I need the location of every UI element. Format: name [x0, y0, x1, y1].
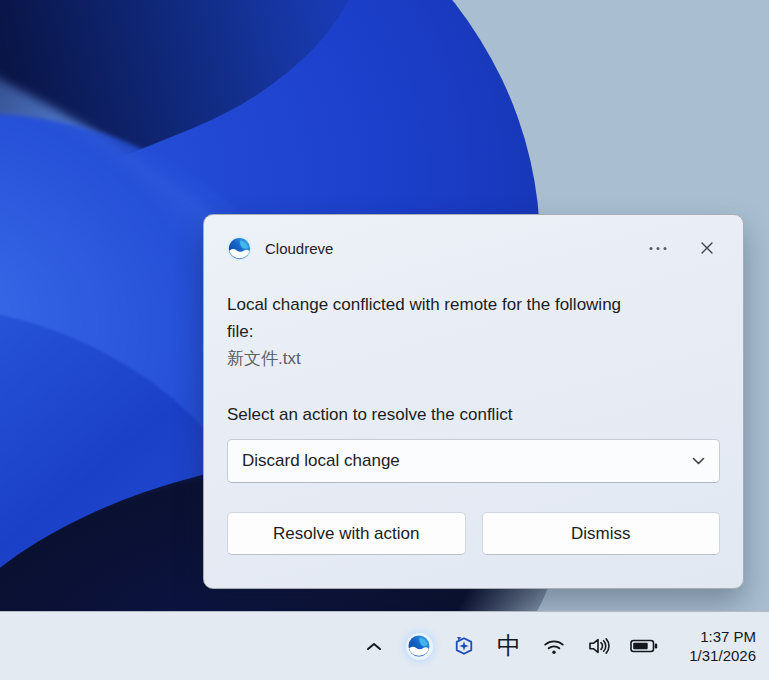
toast-button-row: Resolve with action Dismiss — [227, 512, 720, 555]
toast-app-name: Cloudreve — [265, 240, 333, 257]
clock-time: 1:37 PM — [676, 627, 756, 646]
taskbar-clock[interactable]: 1:37 PM 1/31/2026 — [676, 627, 756, 665]
dismiss-button[interactable]: Dismiss — [482, 512, 721, 555]
wifi-icon[interactable] — [537, 625, 571, 667]
cloudreve-logo-icon — [227, 236, 252, 261]
chevron-down-icon — [692, 457, 705, 465]
cloudreve-cloud-icon — [406, 633, 433, 660]
close-icon[interactable] — [696, 237, 718, 259]
conflict-action-select[interactable]: Discard local change — [227, 439, 720, 483]
toast-header: Cloudreve — [227, 235, 720, 261]
battery-icon[interactable] — [627, 625, 661, 667]
more-options-icon[interactable] — [644, 242, 672, 255]
chevron-up-icon[interactable] — [357, 625, 391, 667]
box-star-app-icon[interactable] — [447, 625, 481, 667]
taskbar: 中 1:37 PM 1/31/2026 — [0, 611, 769, 680]
conflict-filename: 新文件.txt — [227, 345, 720, 372]
ime-indicator[interactable]: 中 — [492, 625, 526, 667]
notification-toast: Cloudreve Local change conflicted with r… — [203, 214, 744, 589]
toast-message-line2: file: — [227, 318, 720, 345]
clock-date: 1/31/2026 — [676, 646, 756, 665]
action-prompt: Select an action to resolve the conflict — [227, 405, 720, 425]
volume-icon[interactable] — [582, 625, 616, 667]
toast-message: Local change conflicted with remote for … — [227, 291, 720, 345]
cloudreve-tray-icon[interactable] — [402, 625, 436, 667]
resolve-with-action-button[interactable]: Resolve with action — [227, 512, 466, 555]
select-value: Discard local change — [242, 451, 400, 471]
toast-message-line1: Local change conflicted with remote for … — [227, 291, 720, 318]
